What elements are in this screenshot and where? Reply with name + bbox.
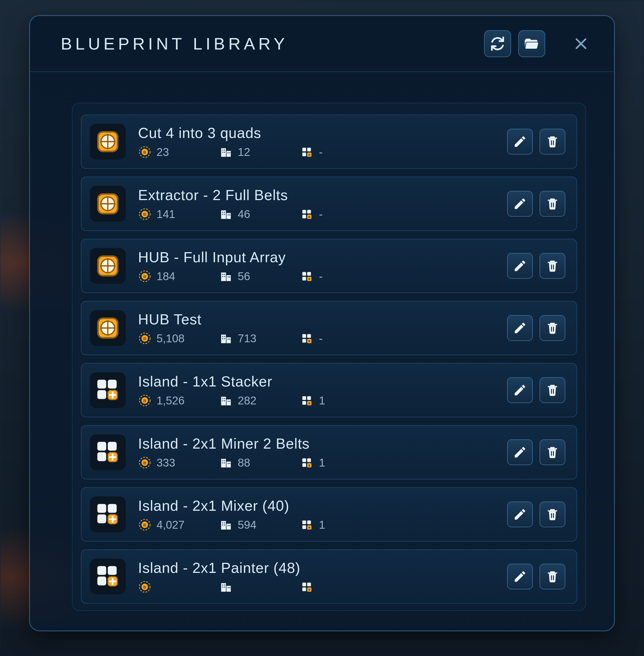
stat-cost-value: 23 xyxy=(157,146,169,158)
edit-button[interactable] xyxy=(507,191,533,217)
blueprint-row[interactable]: Island - 2x1 Painter (48) xyxy=(81,549,577,604)
stat-cost xyxy=(138,580,219,593)
refresh-button[interactable] xyxy=(484,30,511,57)
edit-button[interactable] xyxy=(507,501,533,527)
stat-cost-value: 4,027 xyxy=(157,519,185,531)
islands-icon xyxy=(300,270,314,283)
stat-buildings: 713 xyxy=(219,332,300,345)
stat-buildings-value: 12 xyxy=(238,146,250,158)
stat-islands-value: - xyxy=(319,208,323,220)
blueprint-name: HUB Test xyxy=(138,311,507,328)
blueprint-type-icon-box xyxy=(90,310,126,346)
blueprint-actions xyxy=(507,253,565,279)
blueprint-type-icon-box xyxy=(90,186,126,221)
stat-islands: 1 xyxy=(300,456,382,469)
islands-icon xyxy=(300,207,314,221)
stat-islands: - xyxy=(300,145,382,159)
islands-icon xyxy=(300,456,314,469)
stat-buildings: 46 xyxy=(219,207,300,221)
stat-buildings-value: 46 xyxy=(238,208,250,220)
blueprint-type-icon-box xyxy=(90,124,126,160)
buildings-icon xyxy=(219,394,233,407)
stat-islands-value: 1 xyxy=(319,394,325,407)
pencil-icon xyxy=(513,259,527,273)
blueprint-name: HUB - Full Input Array xyxy=(138,249,507,265)
blueprint-row[interactable]: Island - 2x1 Mixer (40) 4,027 594 1 xyxy=(81,487,577,541)
blueprint-actions xyxy=(507,315,565,341)
building-blueprint-icon xyxy=(95,315,121,341)
blueprint-row[interactable]: HUB - Full Input Array 184 56 - xyxy=(81,239,577,293)
delete-button[interactable] xyxy=(539,315,565,341)
blueprint-row[interactable]: HUB Test 5,108 713 - xyxy=(81,301,577,355)
trash-icon xyxy=(546,508,559,521)
islands-icon xyxy=(300,145,314,159)
blueprint-info: HUB - Full Input Array 184 56 - xyxy=(138,249,507,283)
blueprint-stats: 141 46 - xyxy=(138,207,507,221)
close-button[interactable] xyxy=(568,30,594,57)
delete-button[interactable] xyxy=(539,501,565,527)
edit-button[interactable] xyxy=(507,315,533,341)
delete-button[interactable] xyxy=(539,564,565,589)
stat-cost-value: 5,108 xyxy=(157,332,185,345)
island-blueprint-icon xyxy=(95,439,121,465)
delete-button[interactable] xyxy=(539,253,565,279)
delete-button[interactable] xyxy=(539,439,565,465)
building-blueprint-icon xyxy=(95,253,121,279)
blueprint-row[interactable]: Island - 1x1 Stacker 1,526 282 1 xyxy=(81,363,577,417)
stat-islands xyxy=(300,580,382,593)
blueprint-info: Island - 2x1 Mixer (40) 4,027 594 1 xyxy=(138,497,507,532)
edit-button[interactable] xyxy=(507,564,533,589)
stat-cost-value: 1,526 xyxy=(157,394,185,407)
stat-islands: 1 xyxy=(300,394,382,407)
blueprint-stats: 5,108 713 - xyxy=(138,332,507,345)
blueprint-stats: 4,027 594 1 xyxy=(138,518,507,532)
panel-title: BLUEPRINT LIBRARY xyxy=(61,34,477,53)
edit-button[interactable] xyxy=(507,253,533,279)
pencil-icon xyxy=(513,197,527,211)
blueprint-actions xyxy=(507,439,565,465)
blueprint-row[interactable]: Cut 4 into 3 quads 23 12 - xyxy=(81,115,577,169)
edit-button[interactable] xyxy=(507,129,533,155)
island-blueprint-icon xyxy=(95,377,121,403)
edit-button[interactable] xyxy=(507,377,533,403)
stat-cost-value: 141 xyxy=(157,208,175,220)
building-blueprint-icon xyxy=(95,191,121,217)
blueprint-row[interactable]: Extractor - 2 Full Belts 141 46 - xyxy=(81,177,577,231)
delete-button[interactable] xyxy=(539,191,565,217)
blueprint-row[interactable]: Island - 2x1 Miner 2 Belts 333 88 1 xyxy=(81,425,577,479)
pencil-icon xyxy=(513,508,527,521)
stat-buildings-value: 56 xyxy=(238,270,250,283)
stat-buildings-value: 594 xyxy=(238,519,256,531)
buildings-icon xyxy=(219,270,233,283)
stat-buildings: 594 xyxy=(219,518,300,532)
cost-icon xyxy=(138,270,152,283)
delete-button[interactable] xyxy=(539,129,565,155)
edit-button[interactable] xyxy=(507,439,533,465)
blueprint-type-icon-box xyxy=(90,372,126,408)
blueprint-info: Island - 1x1 Stacker 1,526 282 1 xyxy=(138,373,507,407)
blueprint-info: HUB Test 5,108 713 - xyxy=(138,311,507,345)
blueprint-list-container: Cut 4 into 3 quads 23 12 - xyxy=(72,103,586,611)
islands-icon xyxy=(300,332,314,345)
stat-buildings: 88 xyxy=(219,456,300,469)
stat-cost: 1,526 xyxy=(138,394,219,407)
stat-islands: - xyxy=(300,207,382,221)
stat-cost-value: 184 xyxy=(157,270,175,283)
blueprint-type-icon-box xyxy=(90,559,126,594)
blueprint-stats: 184 56 - xyxy=(138,270,507,283)
stat-islands-value: 1 xyxy=(319,456,325,469)
islands-icon xyxy=(300,394,314,407)
open-folder-button[interactable] xyxy=(518,30,545,57)
stat-islands: 1 xyxy=(300,518,382,532)
blueprint-info: Extractor - 2 Full Belts 141 46 - xyxy=(138,187,507,221)
stat-buildings: 282 xyxy=(219,394,300,407)
buildings-icon xyxy=(219,332,233,345)
blueprint-actions xyxy=(507,129,565,155)
trash-icon xyxy=(546,383,559,397)
buildings-icon xyxy=(219,145,233,159)
blueprint-actions xyxy=(507,377,565,403)
stat-cost: 4,027 xyxy=(138,518,219,532)
pencil-icon xyxy=(513,135,527,148)
blueprint-stats xyxy=(138,580,507,593)
delete-button[interactable] xyxy=(539,377,565,403)
